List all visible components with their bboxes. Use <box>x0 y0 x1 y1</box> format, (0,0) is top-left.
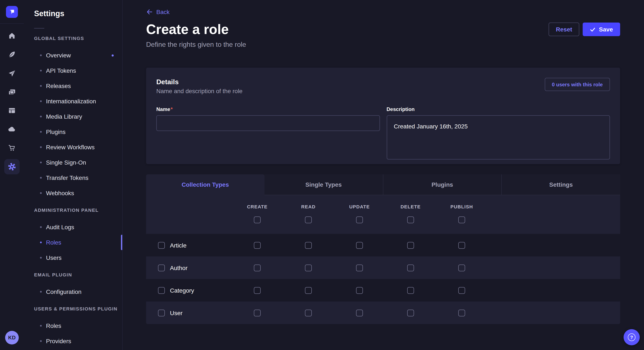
perm-checkbox-user-update[interactable] <box>356 309 363 316</box>
cloud-icon[interactable] <box>8 125 16 134</box>
perm-checkbox-author-create[interactable] <box>254 264 261 271</box>
column-publish: PUBLISH <box>436 195 487 223</box>
perm-checkbox-all-read[interactable] <box>305 216 312 223</box>
row-checkbox-article[interactable] <box>158 242 165 249</box>
global-settings-list: Overview API Tokens Releases Internation… <box>24 48 122 201</box>
bullet-icon <box>40 340 42 342</box>
sidebar-item-users[interactable]: Users <box>24 250 122 265</box>
bullet-icon <box>40 85 42 87</box>
description-textarea[interactable]: Created January 16th, 2025 <box>386 115 610 160</box>
content-type-builder-icon[interactable] <box>8 106 16 115</box>
name-input[interactable] <box>156 115 380 131</box>
save-button[interactable]: Save <box>583 22 620 36</box>
details-title: Details <box>156 78 242 86</box>
rail-divider <box>0 23 24 24</box>
details-card: Details Name and description of the role… <box>146 68 620 164</box>
row-checkbox-user[interactable] <box>158 309 165 316</box>
home-icon[interactable] <box>8 31 16 40</box>
perm-checkbox-all-publish[interactable] <box>458 216 465 223</box>
perm-checkbox-article-update[interactable] <box>356 242 363 249</box>
column-create: CREATE <box>232 195 283 223</box>
settings-subnav: Settings GLOBAL SETTINGS Overview API To… <box>24 0 123 350</box>
details-fields: Name* Description Created January 16th, … <box>156 105 610 161</box>
row-checkbox-category[interactable] <box>158 287 165 294</box>
perm-checkbox-author-update[interactable] <box>356 264 363 271</box>
users-permissions-list: Roles Providers <box>24 318 122 349</box>
name-label: Name* <box>156 106 173 112</box>
perm-checkbox-all-create[interactable] <box>254 216 261 223</box>
perm-checkbox-article-delete[interactable] <box>407 242 414 249</box>
back-link[interactable]: Back <box>146 8 170 15</box>
sidebar-item-media-library[interactable]: Media Library <box>24 109 122 124</box>
perm-checkbox-author-publish[interactable] <box>458 264 465 271</box>
bullet-icon <box>40 291 42 293</box>
perm-checkbox-article-create[interactable] <box>254 242 261 249</box>
sidebar-item-internationalization[interactable]: Internationalization <box>24 94 122 109</box>
column-read: READ <box>283 195 334 223</box>
sidebar-item-webhooks[interactable]: Webhooks <box>24 185 122 201</box>
permissions-header-row: CREATE READ UPDATE DELETE <box>146 195 620 234</box>
perm-checkbox-article-publish[interactable] <box>458 242 465 249</box>
description-field-group: Description Created January 16th, 2025 <box>386 105 610 161</box>
perm-checkbox-category-update[interactable] <box>356 287 363 294</box>
table-row-category: Category <box>146 279 620 302</box>
perm-checkbox-category-create[interactable] <box>254 287 261 294</box>
sidebar-item-overview[interactable]: Overview <box>24 48 122 63</box>
row-checkbox-author[interactable] <box>158 264 165 271</box>
sidebar-item-roles-up[interactable]: Roles <box>24 318 122 334</box>
perm-checkbox-all-delete[interactable] <box>407 216 414 223</box>
marketplace-cart-icon[interactable] <box>8 144 16 152</box>
permissions-tabs: Collection Types Single Types Plugins Se… <box>146 174 620 195</box>
perm-checkbox-author-read[interactable] <box>305 264 312 271</box>
releases-paper-plane-icon[interactable] <box>8 69 16 78</box>
perm-checkbox-author-delete[interactable] <box>407 264 414 271</box>
sidebar-item-review-workflows[interactable]: Review Workflows <box>24 140 122 155</box>
description-label: Description <box>386 106 415 112</box>
sidebar-item-roles-admin[interactable]: Roles <box>24 235 122 250</box>
perm-checkbox-article-read[interactable] <box>305 242 312 249</box>
page-title: Create a role <box>146 21 229 38</box>
sidebar-item-plugins[interactable]: Plugins <box>24 124 122 140</box>
perm-checkbox-user-create[interactable] <box>254 309 261 316</box>
subnav-title-rule <box>34 28 44 28</box>
sidebar-item-transfer-tokens[interactable]: Transfer Tokens <box>24 170 122 185</box>
sidebar-item-api-tokens[interactable]: API Tokens <box>24 63 122 78</box>
settings-icon-active[interactable] <box>4 159 20 174</box>
column-delete: DELETE <box>385 195 436 223</box>
tab-single-types[interactable]: Single Types <box>264 174 383 195</box>
header-actions: Reset Save <box>548 22 620 36</box>
perm-checkbox-user-publish[interactable] <box>458 309 465 316</box>
sidebar-item-releases[interactable]: Releases <box>24 78 122 94</box>
perm-checkbox-category-read[interactable] <box>305 287 312 294</box>
perm-checkbox-user-read[interactable] <box>305 309 312 316</box>
tab-settings[interactable]: Settings <box>502 174 620 195</box>
help-button[interactable]: ? <box>624 329 640 345</box>
column-update: UPDATE <box>334 195 385 223</box>
sidebar-item-providers[interactable]: Providers <box>24 334 122 349</box>
perm-checkbox-category-publish[interactable] <box>458 287 465 294</box>
media-library-icon[interactable] <box>8 88 16 97</box>
perm-checkbox-category-delete[interactable] <box>407 287 414 294</box>
page-subtitle: Define the rights given to the role <box>146 40 620 49</box>
row-article-main: Article <box>146 242 232 249</box>
question-mark-icon: ? <box>628 334 636 341</box>
perm-checkbox-user-delete[interactable] <box>407 309 414 316</box>
strapi-admin-app: KD Settings GLOBAL SETTINGS Overview API… <box>0 0 644 350</box>
content-manager-icon[interactable] <box>8 50 16 59</box>
name-field-group: Name* <box>156 105 380 161</box>
sidebar-item-audit-logs[interactable]: Audit Logs <box>24 219 122 235</box>
section-heading-email-plugin: EMAIL PLUGIN <box>34 272 122 278</box>
tab-plugins[interactable]: Plugins <box>383 174 502 195</box>
bullet-icon <box>40 70 42 71</box>
tab-collection-types[interactable]: Collection Types <box>146 174 264 195</box>
user-avatar[interactable]: KD <box>5 331 19 345</box>
notification-dot <box>112 54 114 56</box>
bullet-icon <box>40 54 42 56</box>
users-with-role-button[interactable]: 0 users with this role <box>544 78 610 91</box>
sidebar-item-single-sign-on[interactable]: Single Sign-On <box>24 155 122 170</box>
perm-checkbox-all-update[interactable] <box>356 216 363 223</box>
sidebar-item-configuration[interactable]: Configuration <box>24 284 122 299</box>
table-row-user: User <box>146 302 620 324</box>
reset-button[interactable]: Reset <box>548 22 579 36</box>
strapi-logo[interactable] <box>6 6 18 18</box>
